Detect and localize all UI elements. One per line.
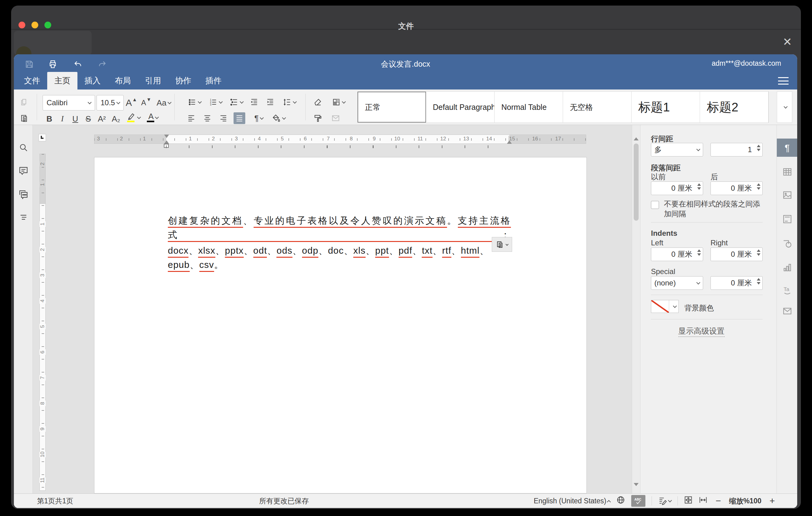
ruler-number: 3	[95, 136, 102, 142]
paste-button[interactable]	[18, 112, 30, 124]
special-select[interactable]: (none)	[651, 276, 703, 290]
no-space-between-checkbox[interactable]	[651, 201, 659, 209]
text-segment: odp	[302, 245, 318, 258]
clear-style-button[interactable]	[312, 96, 324, 108]
text-art-settings-tab[interactable]: Ta	[777, 281, 797, 299]
ribbon-tab[interactable]: 引用	[138, 72, 168, 89]
underline-button[interactable]: U	[69, 113, 81, 125]
spinner-arrows[interactable]	[757, 183, 760, 190]
hanging-indent-marker[interactable]	[164, 138, 169, 144]
line-spacing-button[interactable]	[281, 96, 298, 108]
set-language-button[interactable]	[616, 496, 625, 506]
spinner-arrows[interactable]	[757, 278, 760, 285]
increase-font-button[interactable]: A▲	[125, 97, 137, 109]
comments-button[interactable]	[18, 165, 29, 176]
scrollbar-thumb[interactable]	[634, 144, 639, 221]
paragraph-style[interactable]: Default Paragraph	[426, 92, 495, 122]
decrease-indent-button[interactable]	[248, 96, 260, 108]
line-spacing-select[interactable]: 多	[651, 143, 703, 156]
ribbon-tab[interactable]: 协作	[168, 72, 198, 89]
bullet-list-button[interactable]	[185, 96, 203, 108]
paragraph-style[interactable]: 正常	[357, 92, 426, 122]
ribbon-tab[interactable]: 插件	[198, 72, 229, 89]
search-button[interactable]	[18, 142, 29, 153]
paragraph-style[interactable]: Normal Table	[495, 92, 563, 122]
paste-options-button[interactable]	[492, 237, 512, 252]
shape-settings-tab[interactable]	[777, 234, 797, 253]
ribbon-tab[interactable]: 插入	[78, 72, 108, 89]
style-gallery-more-button[interactable]	[777, 91, 792, 123]
ribbon-tab[interactable]: 文件	[17, 72, 47, 89]
font-name-select[interactable]: Calibri	[42, 95, 95, 111]
paragraph-settings-tab[interactable]: ¶	[777, 139, 797, 157]
horizontal-ruler[interactable]: 3211234567891011121314151617	[94, 135, 586, 144]
language-selector[interactable]: English (United States)	[534, 497, 610, 505]
special-amount-spinner[interactable]: 0 厘米	[710, 276, 763, 290]
paragraph-style[interactable]: 无空格	[563, 92, 632, 122]
document-scrollbar[interactable]	[632, 125, 640, 493]
zoom-out-button[interactable]: −	[714, 496, 723, 506]
fit-page-button[interactable]	[684, 496, 693, 506]
align-justify-button[interactable]	[234, 112, 245, 124]
document-page[interactable]: 创建复杂的文档、专业的电子表格以及令人赞叹的演示文稿。支持主流格式： docx、…	[94, 157, 587, 493]
navigation-headings-button[interactable]	[18, 211, 29, 223]
chat-button[interactable]	[18, 189, 29, 200]
paragraph-style[interactable]: 标题2	[700, 92, 768, 122]
multilevel-list-button[interactable]	[227, 96, 245, 108]
font-size-select[interactable]: 10.5	[96, 95, 124, 111]
scroll-down-icon[interactable]	[634, 483, 639, 486]
indent-left-spinner[interactable]: 0 厘米	[651, 248, 703, 261]
ribbon-tab[interactable]: 布局	[108, 72, 138, 89]
page-number[interactable]: 第1页共1页	[37, 494, 74, 508]
spacing-after-spinner[interactable]: 0 厘米	[710, 181, 763, 195]
table-settings-tab[interactable]	[777, 163, 797, 181]
mail-merge-settings-tab[interactable]	[777, 302, 797, 320]
color-dropdown[interactable]	[669, 300, 678, 313]
default-tab-stops	[166, 145, 509, 148]
spinner-arrows[interactable]	[757, 145, 760, 151]
chart-settings-tab[interactable]	[777, 258, 797, 277]
line-spacing-amount-spinner[interactable]: 1	[710, 143, 763, 156]
align-center-button[interactable]	[201, 112, 213, 124]
track-changes-button[interactable]	[658, 496, 671, 505]
increase-indent-button[interactable]	[264, 96, 276, 108]
tab-stop-selector[interactable]	[38, 134, 46, 141]
nonprinting-chars-button[interactable]: ¶	[250, 112, 267, 124]
change-case-button[interactable]: Aa	[155, 97, 172, 109]
shading-button[interactable]	[270, 112, 287, 124]
italic-button[interactable]: I	[56, 113, 68, 125]
subscript-button[interactable]: A₂	[110, 113, 122, 125]
paragraph-style[interactable]: 标题1	[632, 92, 700, 122]
indent-right-spinner[interactable]: 0 厘米	[710, 248, 763, 261]
align-right-button[interactable]	[218, 112, 229, 124]
spinner-arrows[interactable]	[697, 249, 701, 256]
show-advanced-settings-link[interactable]: 显示高级设置	[640, 326, 762, 336]
fit-width-button[interactable]	[699, 496, 707, 506]
close-icon[interactable]: ✕	[781, 35, 794, 49]
decrease-font-button[interactable]: A▼	[140, 97, 152, 109]
image-settings-tab[interactable]	[777, 186, 797, 204]
zoom-in-button[interactable]: +	[767, 496, 777, 506]
scroll-up-icon[interactable]	[634, 137, 639, 140]
borders-button[interactable]	[330, 96, 347, 108]
ribbon-tab[interactable]: 主页	[47, 72, 78, 89]
right-indent-marker[interactable]	[507, 138, 512, 144]
copy-style-button[interactable]	[312, 112, 324, 124]
strikeout-button[interactable]: S	[82, 113, 94, 125]
superscript-button[interactable]: A²	[96, 113, 108, 125]
align-left-button[interactable]	[185, 112, 197, 124]
highlight-color-button[interactable]	[125, 112, 142, 123]
mail-merge-button[interactable]	[330, 112, 342, 124]
spellcheck-button[interactable]: ABC	[631, 495, 645, 507]
background-color-picker[interactable]	[651, 300, 679, 313]
spinner-arrows[interactable]	[697, 183, 701, 190]
vertical-ruler[interactable]: 211234567891011	[39, 154, 46, 491]
copy-button[interactable]	[18, 96, 30, 108]
numbered-list-button[interactable]: 123	[206, 96, 224, 108]
font-color-button[interactable]: A	[145, 112, 162, 123]
bold-button[interactable]: B	[44, 113, 55, 125]
spacing-before-spinner[interactable]: 0 厘米	[651, 181, 703, 195]
menu-hamburger-icon[interactable]	[778, 77, 788, 85]
spinner-arrows[interactable]	[757, 249, 760, 256]
header-footer-settings-tab[interactable]	[777, 210, 797, 228]
